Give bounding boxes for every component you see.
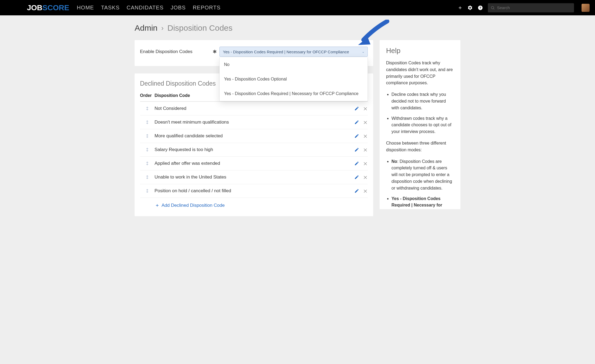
required-star-icon: ✱ xyxy=(213,49,217,55)
main-nav: HOME TASKS CANDIDATES JOBS REPORTS xyxy=(77,5,220,11)
delete-icon[interactable] xyxy=(363,175,368,180)
logo[interactable]: JOBSCORE xyxy=(27,4,69,12)
table-row: More qualified candidate selected xyxy=(140,129,368,143)
delete-icon[interactable] xyxy=(363,147,368,152)
disposition-code-label: Position on hold / cancelled / not fille… xyxy=(155,188,346,194)
plus-icon xyxy=(155,203,159,208)
disposition-code-label: Doesn't meet minimum qualifications xyxy=(155,120,346,125)
edit-icon[interactable] xyxy=(354,188,359,193)
delete-icon[interactable] xyxy=(363,134,368,138)
chevron-right-icon: › xyxy=(161,24,164,32)
edit-icon[interactable] xyxy=(354,134,359,138)
search-input[interactable] xyxy=(497,5,571,10)
disposition-code-label: Applied after offer was extended xyxy=(155,161,346,166)
table-row: Doesn't meet minimum qualifications xyxy=(140,116,368,129)
help-bullet-decline: Decline codes track why you decided not … xyxy=(391,91,454,111)
edit-icon[interactable] xyxy=(354,147,359,152)
help-mode-required: Yes - Disposition Codes Required | Neces… xyxy=(391,195,454,209)
help-title: Help xyxy=(386,47,454,55)
disposition-code-label: Salary Requested is too high xyxy=(155,147,346,152)
enable-label: Enable Disposition Codes xyxy=(140,49,213,54)
logo-job: JOB xyxy=(27,4,43,12)
edit-icon[interactable] xyxy=(354,175,359,180)
svg-point-2 xyxy=(491,6,494,9)
help-mode-req-label: Yes - Disposition Codes Required | Neces… xyxy=(391,196,442,209)
enable-card: Enable Disposition Codes ✱ Yes - Disposi… xyxy=(135,40,373,66)
chevron-down-icon: ⌄ xyxy=(362,50,365,54)
topbar-right: ? xyxy=(458,3,590,12)
table-row: Position on hold / cancelled / not fille… xyxy=(140,184,368,198)
drag-handle-icon[interactable] xyxy=(140,120,155,125)
add-declined-button[interactable]: Add Declined Disposition Code xyxy=(140,198,368,208)
drag-handle-icon[interactable] xyxy=(140,188,155,194)
search-box[interactable] xyxy=(488,3,574,12)
delete-icon[interactable] xyxy=(363,120,368,125)
enable-select-value: Yes - Disposition Codes Required | Neces… xyxy=(223,50,349,54)
breadcrumb-root[interactable]: Admin xyxy=(135,23,158,33)
edit-icon[interactable] xyxy=(354,120,359,125)
help-mode-no: No: Disposition Codes are completely tur… xyxy=(391,158,454,192)
nav-jobs[interactable]: JOBS xyxy=(171,5,186,11)
disposition-code-label: Unable to work in the United States xyxy=(155,174,346,180)
plus-icon[interactable] xyxy=(458,5,463,10)
delete-icon[interactable] xyxy=(363,161,368,166)
nav-home[interactable]: HOME xyxy=(77,5,94,11)
help-mode-no-label: No xyxy=(391,159,397,164)
table-row: Unable to work in the United States xyxy=(140,170,368,184)
disposition-code-label: Not Considered xyxy=(155,106,346,111)
help-intro: Disposition Codes track why candidates d… xyxy=(386,60,454,86)
drag-handle-icon[interactable] xyxy=(140,147,155,152)
enable-select[interactable]: Yes - Disposition Codes Required | Neces… xyxy=(219,47,368,57)
table-row: Not Considered xyxy=(140,102,368,116)
table-row: Salary Requested is too high xyxy=(140,143,368,157)
help-mode-no-text: : Disposition Codes are completely turne… xyxy=(391,159,452,190)
nav-tasks[interactable]: TASKS xyxy=(101,5,120,11)
help-icon[interactable]: ? xyxy=(478,5,483,10)
delete-icon[interactable] xyxy=(363,188,368,193)
logo-score: SCORE xyxy=(43,4,69,12)
gear-icon[interactable] xyxy=(467,5,473,10)
svg-text:?: ? xyxy=(479,6,481,9)
table-row: Applied after offer was extended xyxy=(140,157,368,170)
add-declined-label: Add Declined Disposition Code xyxy=(162,203,225,208)
edit-icon[interactable] xyxy=(354,106,359,111)
search-icon xyxy=(491,6,495,10)
avatar[interactable] xyxy=(582,4,590,12)
enable-option-optional[interactable]: Yes - Disposition Codes Optional xyxy=(220,72,368,86)
drag-handle-icon[interactable] xyxy=(140,161,155,166)
edit-icon[interactable] xyxy=(354,161,359,166)
drag-handle-icon[interactable] xyxy=(140,106,155,111)
help-panel: Help Disposition Codes track why candida… xyxy=(380,40,460,209)
col-header-order: Order xyxy=(140,93,155,98)
enable-option-required[interactable]: Yes - Disposition Codes Required | Neces… xyxy=(220,86,368,101)
topbar: JOBSCORE HOME TASKS CANDIDATES JOBS REPO… xyxy=(0,0,595,15)
drag-handle-icon[interactable] xyxy=(140,133,155,139)
help-choose: Choose between three different dispositi… xyxy=(386,140,454,153)
drag-handle-icon[interactable] xyxy=(140,174,155,180)
page-title: Disposition Codes xyxy=(167,23,233,33)
enable-option-no[interactable]: No xyxy=(220,57,368,72)
nav-reports[interactable]: REPORTS xyxy=(193,5,220,11)
delete-icon[interactable] xyxy=(363,106,368,111)
breadcrumb: Admin › Disposition Codes xyxy=(135,23,460,33)
enable-dropdown: No Yes - Disposition Codes Optional Yes … xyxy=(219,57,368,101)
svg-marker-4 xyxy=(358,37,370,45)
nav-candidates[interactable]: CANDIDATES xyxy=(127,5,163,11)
help-bullet-withdrawn: Withdrawn codes track why a candidate ch… xyxy=(391,115,454,135)
svg-line-3 xyxy=(494,9,494,9)
disposition-code-label: More qualified candidate selected xyxy=(155,133,346,139)
